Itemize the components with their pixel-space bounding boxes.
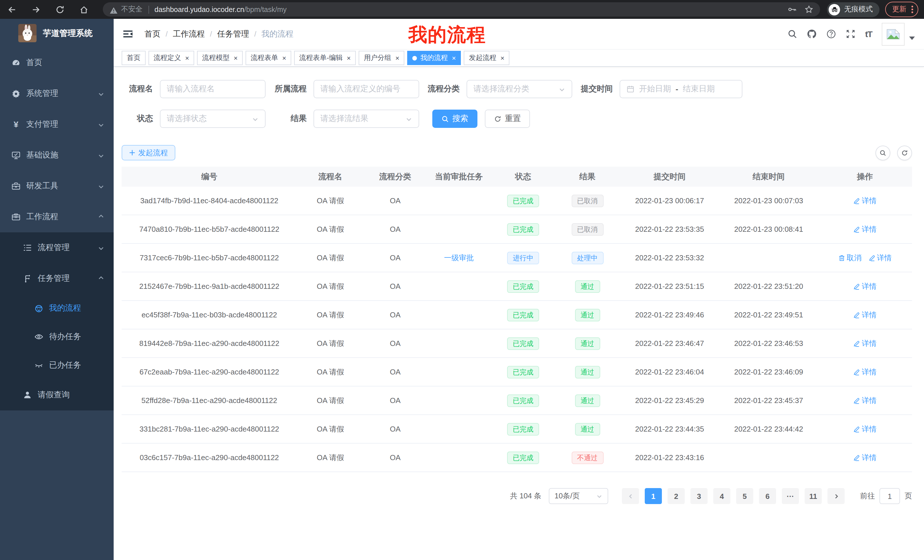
close-icon[interactable]: × [282,54,286,61]
goto-page-input[interactable] [879,488,900,504]
result-badge: 通过 [575,337,600,350]
page-button-3[interactable]: 3 [690,488,708,504]
security-label[interactable]: 不安全 [121,4,142,14]
prev-page-button[interactable] [622,488,639,504]
reload-icon[interactable] [55,4,64,14]
star-icon[interactable] [805,5,813,14]
avatar[interactable] [882,22,904,45]
reset-button[interactable]: 重置 [485,109,530,128]
breadcrumb-item[interactable]: 任务管理 [217,29,249,39]
annotation-text: 我的流程 [408,22,486,48]
tab-start-process[interactable]: 发起流程× [464,51,509,65]
incognito-label: 无痕模式 [844,4,873,14]
forward-icon[interactable] [31,4,40,14]
date-separator: - [676,84,678,94]
tab-home[interactable]: 首页 [122,51,146,65]
breadcrumb-item[interactable]: 工作流程 [173,29,205,39]
caret-down-icon[interactable] [909,36,915,40]
task-link[interactable]: 一级审批 [444,253,474,262]
page-button-5[interactable]: 5 [736,488,753,504]
sidebar-item-infrastructure[interactable]: 基础设施 [0,140,114,171]
hamburger-icon[interactable] [118,29,138,39]
key-icon[interactable] [788,5,796,14]
fullscreen-icon[interactable] [846,29,855,39]
detail-link[interactable]: 详情 [853,338,877,349]
search-button[interactable]: 搜索 [432,109,477,128]
sidebar-logo[interactable]: 芋道管理系统 [0,19,114,47]
sidebar-item-payment[interactable]: ¥支付管理 [0,109,114,140]
goto-suffix: 页 [904,491,912,501]
edit-icon [853,311,860,318]
sidebar-item-task-mgmt[interactable]: 任务管理 [0,263,114,294]
close-icon[interactable]: × [346,54,351,61]
detail-link[interactable]: 详情 [853,452,877,463]
cancel-link[interactable]: 取消 [838,253,861,263]
refresh-table-button[interactable] [897,145,912,160]
detail-link[interactable]: 详情 [868,253,892,263]
page-button-···[interactable]: ··· [782,488,799,504]
sidebar-item-dev-tools[interactable]: 研发工具 [0,171,114,202]
close-icon[interactable]: × [185,54,189,61]
sidebar-item-workflow[interactable]: 工作流程 [0,202,114,232]
edit-icon [853,226,860,233]
address-bar[interactable]: 不安全 dashboard.yudao.iocoder.cn /bpm/task… [103,2,820,16]
tab-process-form-edit[interactable]: 流程表单-编辑× [294,51,356,65]
home-icon[interactable] [79,4,88,14]
name-filter-input[interactable]: 请输入流程名 [160,80,266,98]
detail-link[interactable]: 详情 [853,224,877,234]
dots-vertical-icon[interactable] [911,6,913,13]
status-badge: 已完成 [507,195,539,207]
page-size-select[interactable]: 10条/页 [549,488,608,504]
cell-result: 不通过 [555,443,620,472]
cell-task [427,272,491,301]
page-button-2[interactable]: 2 [668,488,685,504]
cell-end-time: 2022-01-22 23:46:53 [720,329,818,358]
result-badge: 通过 [575,365,600,378]
detail-link[interactable]: 详情 [853,424,877,434]
result-badge: 通过 [575,308,600,321]
breadcrumb-item[interactable]: 首页 [144,29,160,39]
status-filter-select[interactable]: 请选择状态 [160,109,266,128]
tab-process-model[interactable]: 流程模型× [197,51,243,65]
detail-link[interactable]: 详情 [853,281,877,291]
detail-link[interactable]: 详情 [853,310,877,320]
result-filter-select[interactable]: 请选择流结果 [314,109,419,128]
date-range-picker[interactable]: 开始日期 - 结束日期 [620,80,742,98]
page-button-11[interactable]: 11 [805,488,822,504]
sidebar-item-system[interactable]: 系统管理 [0,78,114,109]
close-icon[interactable]: × [234,54,238,61]
sidebar-item-home[interactable]: 首页 [0,47,114,78]
page-button-1[interactable]: 1 [645,488,662,504]
detail-link[interactable]: 详情 [853,367,877,377]
update-button[interactable]: 更新 [885,2,918,17]
cell-actions: 详情 [818,329,912,358]
toggle-search-button[interactable] [876,145,890,160]
tab-my-process[interactable]: 我的流程× [407,51,461,65]
next-page-button[interactable] [828,488,844,504]
create-process-button[interactable]: 发起流程 [122,145,176,160]
sidebar-item-done-tasks[interactable]: 已办任务 [0,351,114,380]
category-filter-select[interactable]: 请选择流程分类 [466,80,572,98]
close-icon[interactable]: × [500,54,504,61]
sidebar-item-process-mgmt[interactable]: 流程管理 [0,232,114,263]
tab-process-definition[interactable]: 流程定义× [148,51,194,65]
page-button-6[interactable]: 6 [759,488,776,504]
detail-link[interactable]: 详情 [853,196,877,206]
back-icon[interactable] [7,4,16,14]
tab-process-form[interactable]: 流程表单× [246,51,291,65]
page-button-4[interactable]: 4 [713,488,730,504]
detail-link[interactable]: 详情 [853,395,877,406]
close-icon[interactable]: × [452,54,456,61]
question-icon[interactable] [826,29,836,39]
close-icon[interactable]: × [395,54,399,61]
github-icon[interactable] [807,29,817,39]
tab-user-group[interactable]: 用户分组× [358,51,404,65]
sidebar-item-leave-query[interactable]: 请假查询 [0,380,114,410]
search-icon[interactable] [788,29,797,39]
font-size-icon[interactable]: tT [865,29,872,39]
sidebar-item-my-process[interactable]: 我的流程 [0,294,114,322]
cell-id: 03c6c157-7b9a-11ec-a290-acde48001122 [122,443,297,472]
sidebar-item-todo-tasks[interactable]: 待办任务 [0,322,114,351]
cell-submit-time: 2022-01-22 23:53:32 [620,244,720,272]
process-filter-input[interactable]: 请输入流程定义的编号 [314,80,419,98]
